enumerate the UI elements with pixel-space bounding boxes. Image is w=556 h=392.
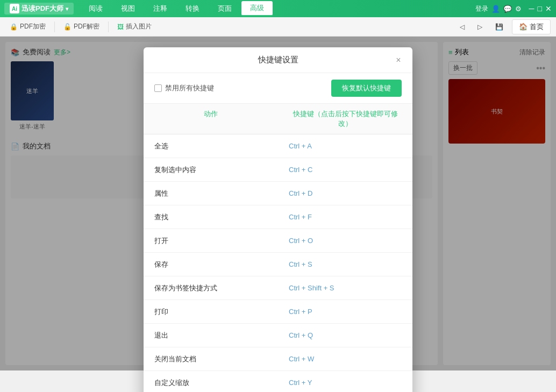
- dialog-close-button[interactable]: ×: [392, 54, 405, 67]
- table-row[interactable]: 查找 Ctrl + F: [144, 205, 412, 229]
- close-button[interactable]: ✕: [545, 4, 552, 13]
- shortcut-key-10[interactable]: Ctrl + Y: [278, 372, 412, 392]
- shortcut-key-7[interactable]: Ctrl + P: [278, 301, 412, 322]
- shortcut-action-10: 自定义缩放: [144, 372, 278, 393]
- user-icon[interactable]: 👤: [491, 5, 500, 13]
- col-shortcut-header: 快捷键（点击后按下快捷键即可修改）: [278, 109, 412, 129]
- toolbar-separator-1: [54, 22, 55, 32]
- shortcut-action-3: 查找: [144, 206, 278, 229]
- disable-shortcuts-checkbox[interactable]: 禁用所有快捷键: [154, 83, 214, 93]
- table-header: 动作 快捷键（点击后按下快捷键即可修改）: [144, 104, 412, 134]
- shortcut-action-8: 退出: [144, 324, 278, 347]
- shortcut-action-6: 保存为书签快捷方式: [144, 277, 278, 300]
- table-row[interactable]: 全选 Ctrl + A: [144, 134, 412, 158]
- table-row[interactable]: 打印 Ctrl + P: [144, 300, 412, 324]
- nav-item-read[interactable]: 阅读: [80, 2, 111, 16]
- table-row[interactable]: 退出 Ctrl + Q: [144, 324, 412, 347]
- col-action-header: 动作: [144, 109, 278, 129]
- table-row[interactable]: 关闭当前文档 Ctrl + W: [144, 347, 412, 371]
- home-icon: 🏠: [519, 23, 528, 31]
- shortcut-key-2[interactable]: Ctrl + D: [278, 183, 412, 204]
- nav-item-convert[interactable]: 转换: [177, 2, 208, 16]
- restore-defaults-button[interactable]: 恢复默认快捷键: [331, 80, 402, 97]
- app-logo[interactable]: Ai 迅读PDF大师 ▾: [4, 3, 74, 15]
- home-tab[interactable]: 🏠 首页: [512, 19, 551, 34]
- logo-icon: Ai: [10, 4, 19, 13]
- login-button[interactable]: 登录: [475, 4, 488, 13]
- dialog-title-bar: 快捷键设置 ×: [144, 47, 412, 73]
- toolbar-separator-2: [108, 22, 109, 32]
- back-icon: ◁: [460, 23, 465, 31]
- shortcut-table: 动作 快捷键（点击后按下快捷键即可修改） 全选 Ctrl + A 复制选中内容 …: [144, 104, 412, 392]
- main-content: 📚 免费阅读 更多> 迷羊 迷羊-迷羊 📄 我的文档: [0, 37, 556, 370]
- shortcut-key-8[interactable]: Ctrl + Q: [278, 325, 412, 346]
- table-row[interactable]: 打开 Ctrl + O: [144, 229, 412, 253]
- dialog-title: 快捷键设置: [258, 55, 298, 65]
- checkbox-box[interactable]: [154, 84, 162, 92]
- shortcut-key-0[interactable]: Ctrl + A: [278, 136, 412, 156]
- modal-backdrop: 快捷键设置 × 禁用所有快捷键 恢复默认快捷键 动作 快捷键（点击后按下快捷键即…: [0, 37, 556, 370]
- shortcut-action-1: 复制选中内容: [144, 159, 278, 181]
- settings-icon[interactable]: ⚙: [515, 5, 522, 13]
- table-row[interactable]: 保存 Ctrl + S: [144, 253, 412, 276]
- table-row[interactable]: 复制选中内容 Ctrl + C: [144, 158, 412, 182]
- forward-icon: ▷: [477, 23, 482, 31]
- lock-icon: 🔒: [10, 23, 18, 31]
- main-nav: 阅读 视图 注释 转换 页面 高级: [80, 1, 473, 16]
- toolbar: 🔒 PDF加密 🔓 PDF解密 🖼 插入图片 ◁ ▷ 💾 🏠 首页: [0, 17, 556, 37]
- nav-item-view[interactable]: 视图: [112, 2, 144, 16]
- nav-item-page[interactable]: 页面: [209, 2, 240, 16]
- nav-item-advanced[interactable]: 高级: [241, 1, 273, 16]
- chevron-down-icon: ▾: [66, 6, 68, 12]
- table-row[interactable]: 自定义缩放 Ctrl + Y: [144, 371, 412, 392]
- shortcut-key-4[interactable]: Ctrl + O: [278, 230, 412, 251]
- shortcut-action-7: 打印: [144, 301, 278, 323]
- minimize-button[interactable]: ─: [529, 4, 534, 13]
- shortcut-action-2: 属性: [144, 182, 278, 205]
- message-icon[interactable]: 💬: [503, 5, 512, 13]
- save-icon: 💾: [495, 23, 503, 31]
- pdf-encrypt-button[interactable]: 🔒 PDF加密: [5, 20, 50, 33]
- table-row[interactable]: 保存为书签快捷方式 Ctrl + Shift + S: [144, 276, 412, 300]
- shortcut-key-1[interactable]: Ctrl + C: [278, 159, 412, 180]
- shortcut-action-0: 全选: [144, 135, 278, 158]
- shortcut-dialog: 快捷键设置 × 禁用所有快捷键 恢复默认快捷键 动作 快捷键（点击后按下快捷键即…: [144, 47, 412, 392]
- shortcut-key-3[interactable]: Ctrl + F: [278, 206, 412, 227]
- shortcut-key-5[interactable]: Ctrl + S: [278, 254, 412, 275]
- insert-image-button[interactable]: 🖼 插入图片: [113, 20, 156, 33]
- nav-item-annotate[interactable]: 注释: [145, 2, 176, 16]
- shortcut-key-6[interactable]: Ctrl + Shift + S: [278, 277, 412, 298]
- shortcut-action-4: 打开: [144, 230, 278, 252]
- save-button[interactable]: 💾: [491, 22, 508, 32]
- table-row[interactable]: 属性 Ctrl + D: [144, 182, 412, 205]
- title-bar: Ai 迅读PDF大师 ▾ 阅读 视图 注释 转换 页面 高级 登录 👤 💬 ⚙ …: [0, 0, 556, 17]
- window-controls: 登录 👤 💬 ⚙ ─ □ ✕: [475, 4, 552, 13]
- unlock-icon: 🔓: [63, 23, 72, 31]
- shortcut-rows: 全选 Ctrl + A 复制选中内容 Ctrl + C 属性 Ctrl + D …: [144, 134, 412, 392]
- back-button[interactable]: ◁: [455, 22, 469, 32]
- image-icon: 🖼: [117, 23, 124, 31]
- shortcut-action-5: 保存: [144, 253, 278, 276]
- shortcut-action-9: 关闭当前文档: [144, 348, 278, 370]
- pdf-decrypt-button[interactable]: 🔓 PDF解密: [59, 20, 104, 33]
- forward-button[interactable]: ▷: [473, 22, 487, 32]
- app-title: 迅读PDF大师: [22, 4, 63, 13]
- maximize-button[interactable]: □: [538, 4, 542, 13]
- dialog-toolbar: 禁用所有快捷键 恢复默认快捷键: [144, 73, 412, 104]
- shortcut-key-9[interactable]: Ctrl + W: [278, 348, 412, 369]
